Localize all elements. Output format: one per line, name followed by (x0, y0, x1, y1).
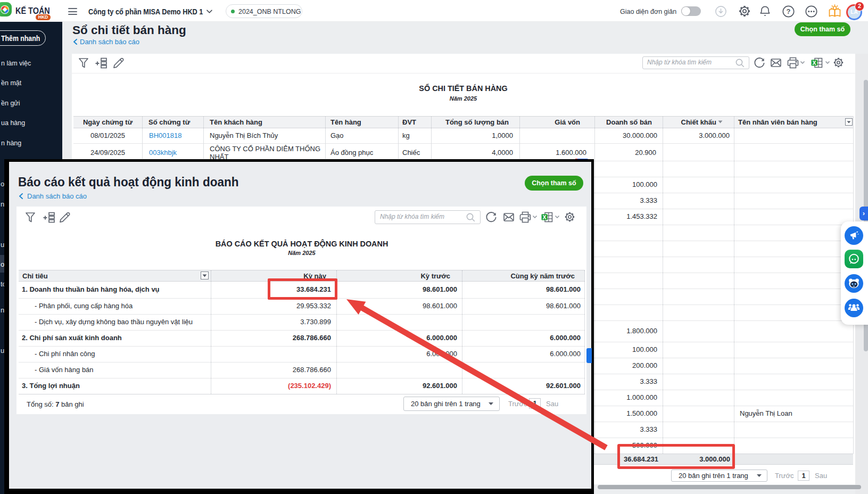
svg-text:?: ? (787, 7, 791, 15)
svg-text:X: X (543, 214, 547, 220)
svg-text:X: X (813, 60, 816, 66)
